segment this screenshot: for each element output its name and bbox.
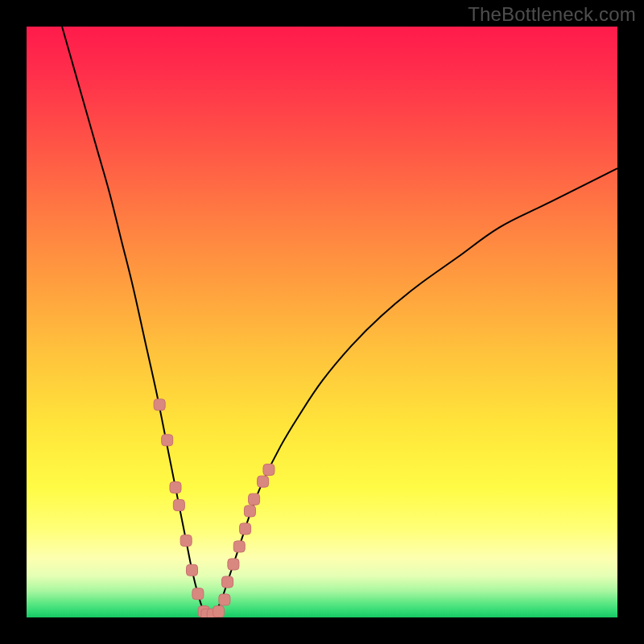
chart-svg	[27, 27, 617, 617]
data-marker	[154, 399, 165, 411]
data-marker	[263, 464, 275, 476]
data-marker	[219, 594, 230, 605]
data-marker	[244, 506, 255, 517]
data-marker	[213, 606, 225, 617]
data-marker	[162, 435, 173, 446]
data-marker	[240, 523, 251, 535]
data-marker	[180, 535, 192, 547]
data-marker	[233, 541, 245, 552]
data-marker	[173, 500, 184, 511]
data-marker	[228, 559, 239, 570]
data-marker	[222, 576, 233, 588]
data-marker	[192, 588, 204, 600]
watermark-text: TheBottleneck.com	[468, 3, 636, 26]
data-marker	[249, 493, 260, 505]
data-marker	[187, 564, 198, 576]
data-marker	[258, 476, 269, 487]
bottleneck-chart	[27, 27, 617, 617]
chart-frame: TheBottleneck.com	[0, 0, 644, 644]
chart-background	[27, 27, 617, 617]
data-marker	[170, 482, 181, 493]
